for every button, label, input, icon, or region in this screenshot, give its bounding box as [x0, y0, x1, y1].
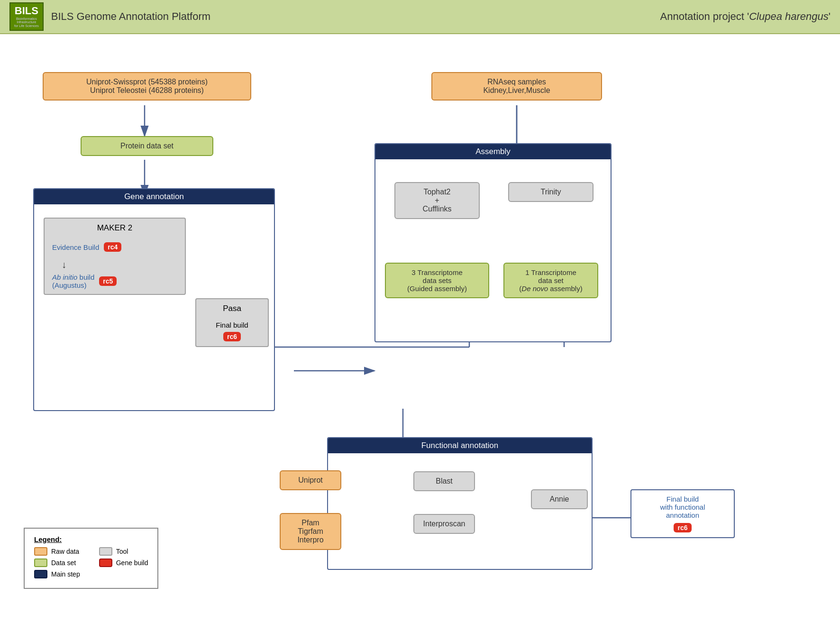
platform-title: BILS Genome Annotation Platform: [51, 10, 210, 23]
assembly-header: Assembly: [375, 144, 611, 159]
pasa-box: Pasa Final build rc6: [195, 298, 269, 347]
legend-title: Legend:: [34, 535, 148, 543]
final-build-label: Final build: [204, 321, 260, 329]
legend-dataset: Data set: [34, 559, 80, 567]
annie-box: Annie: [531, 489, 588, 509]
evidence-build-badge: rc4: [104, 242, 121, 252]
main-content: Uniprot-Swissprot (545388 proteins) Unip…: [0, 34, 840, 623]
blast-box: Blast: [413, 471, 475, 491]
abinitio-row: Ab initio build(Augustus) rc5: [52, 273, 177, 289]
uniprot-swissprot-box: Uniprot-Swissprot (545388 proteins) Unip…: [43, 72, 251, 101]
gene-annotation-box: Gene annotation MAKER 2 Evidence Build r…: [33, 188, 275, 411]
final-functional-badge: rc6: [674, 523, 691, 532]
maker2-label: MAKER 2: [52, 223, 177, 233]
evidence-build-row: Evidence Build rc4: [52, 242, 177, 252]
down-arrow-decoration: ↓: [62, 259, 177, 270]
trinity-box: Trinity: [508, 182, 593, 202]
legend-gene-build: Gene build: [99, 559, 148, 567]
protein-dataset-box: Protein data set: [81, 136, 213, 156]
transcriptome-guided-box: 3 Transcriptomedata sets(Guided assembly…: [385, 263, 489, 298]
project-title: Annotation project 'Clupea harengus': [660, 10, 831, 23]
legend-main-step: Main step: [34, 570, 80, 578]
func-annotation-header: Functional annotation: [328, 438, 592, 453]
pfam-box: PfamTigrfamInterpro: [280, 513, 341, 550]
transcriptome-denovo-box: 1 Transcriptomedata set(De novo assembly…: [503, 263, 598, 298]
diagram: Uniprot-Swissprot (545388 proteins) Unip…: [14, 48, 825, 608]
final-functional-box: Final buildwith functionalannotation rc6: [630, 489, 735, 538]
legend-tool: Tool: [99, 547, 148, 556]
pasa-label: Pasa: [204, 304, 260, 313]
gene-annotation-header: Gene annotation: [34, 189, 274, 204]
header: BILS BioinformaticsInfrastructurefor Lif…: [0, 0, 840, 34]
bils-logo: BILS BioinformaticsInfrastructurefor Lif…: [9, 2, 44, 30]
assembly-box: Assembly Tophat2+Cufflinks Trinity 3 Tra…: [374, 143, 612, 342]
final-build-badge: rc6: [223, 332, 241, 341]
tophat-cufflinks-box: Tophat2+Cufflinks: [394, 182, 480, 219]
legend: Legend: Raw data Data set Main step: [24, 528, 158, 589]
rnaseq-box: RNAseq samples Kidney,Liver,Muscle: [431, 72, 602, 101]
abinitio-badge: rc5: [99, 276, 117, 286]
uniprot-small-box: Uniprot: [280, 470, 341, 490]
maker2-box: MAKER 2 Evidence Build rc4 ↓ Ab initio b…: [44, 218, 186, 295]
legend-raw-data: Raw data: [34, 547, 80, 556]
abinitio-label: Ab initio build(Augustus): [52, 273, 94, 289]
evidence-build-label: Evidence Build: [52, 243, 99, 251]
interproscan-box: Interproscan: [413, 514, 475, 534]
